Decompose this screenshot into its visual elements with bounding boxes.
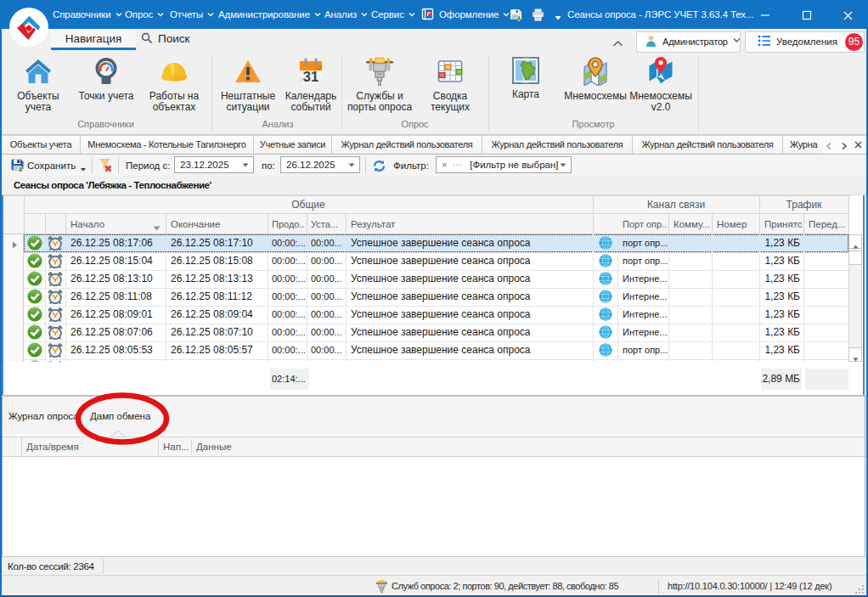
- svg-text:31: 31: [303, 69, 318, 84]
